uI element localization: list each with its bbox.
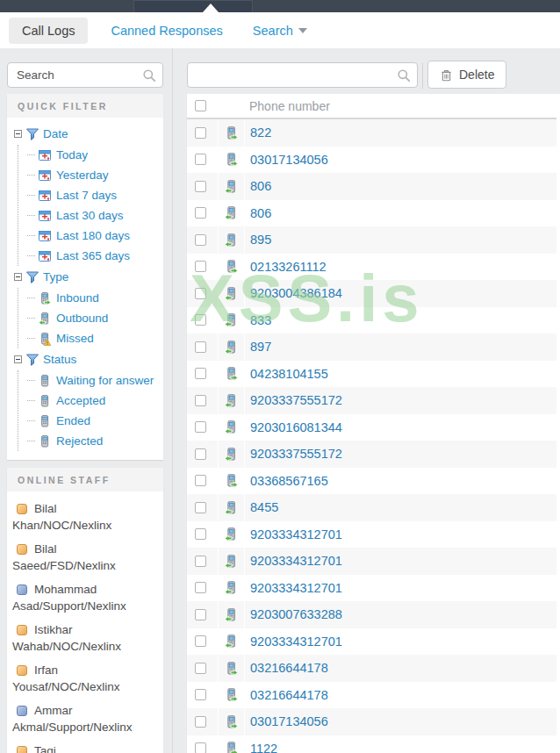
table-row[interactable]: 9203334312701	[187, 548, 556, 575]
filter-item-label[interactable]: Rejected	[56, 434, 103, 448]
phone-number-link[interactable]: 9203016081344	[250, 420, 342, 434]
phone-number-link[interactable]: 895	[250, 233, 271, 247]
table-row[interactable]: 9203334312701	[187, 575, 556, 602]
filter-item-label[interactable]: Last 7 days	[56, 189, 117, 202]
filter-group-date[interactable]: Date	[14, 123, 160, 145]
row-checkbox[interactable]	[195, 288, 206, 299]
filter-last-30-days[interactable]: Last 30 days	[18, 205, 160, 226]
topnav-active-item[interactable]	[133, 0, 253, 12]
phone-number-link[interactable]: 9203334312701	[250, 527, 342, 541]
filter-yesterday[interactable]: Yesterday	[18, 165, 160, 185]
phone-number-link[interactable]: 833	[250, 313, 271, 327]
filter-item-label[interactable]: Missed	[56, 332, 94, 345]
filter-item-label[interactable]: Outbound	[56, 312, 108, 325]
filter-inbound[interactable]: Inbound	[18, 288, 160, 308]
sidebar-search-input[interactable]	[8, 63, 136, 87]
phone-number-link[interactable]: 9203004386184	[250, 286, 342, 300]
table-row[interactable]: 9203337555172	[187, 387, 556, 414]
filter-item-label[interactable]: Waiting for answer	[56, 374, 154, 387]
phone-number-link[interactable]: 806	[250, 206, 271, 220]
tab-canned-responses[interactable]: Canned Responses	[104, 18, 229, 44]
filter-item-label[interactable]: Last 30 days	[56, 209, 124, 222]
table-row[interactable]: 806	[187, 200, 556, 227]
table-row[interactable]: 9203007633288	[187, 601, 556, 628]
table-row[interactable]: 04238104155	[187, 361, 556, 388]
row-checkbox[interactable]	[195, 261, 206, 272]
table-row[interactable]: 02133261112	[187, 254, 556, 281]
phone-number-link[interactable]: 02133261112	[250, 260, 327, 274]
table-search-input[interactable]	[188, 63, 391, 87]
phone-number-link[interactable]: 9203337555172	[250, 447, 342, 461]
row-checkbox[interactable]	[195, 502, 206, 513]
tree-collapse-icon[interactable]	[14, 130, 22, 138]
delete-button[interactable]: Delete	[427, 61, 506, 89]
filter-item-label[interactable]: Last 365 days	[56, 249, 130, 262]
staff-list-item[interactable]: Ammar Akmal/Support/Nexlinx	[11, 699, 160, 739]
tree-collapse-icon[interactable]	[14, 273, 22, 281]
filter-missed[interactable]: Missed	[18, 328, 160, 348]
staff-list-item[interactable]: Irfan Yousaf/NOC/Nexlinx	[11, 658, 160, 699]
staff-list-item[interactable]: Taqi Usman/Sales/Nexlinx	[11, 739, 160, 753]
table-row[interactable]: 9203334312701	[187, 628, 556, 656]
row-checkbox[interactable]	[195, 448, 206, 460]
phone-number-link[interactable]: 9203334312701	[250, 581, 342, 595]
filter-item-label[interactable]: Today	[56, 148, 88, 161]
row-checkbox[interactable]	[195, 154, 206, 165]
staff-list-item[interactable]: Bilal Khan/NOC/Nexlinx	[11, 497, 160, 537]
phone-number-link[interactable]: 897	[250, 340, 271, 354]
row-checkbox[interactable]	[195, 395, 206, 406]
phone-number-link[interactable]: 822	[250, 126, 271, 140]
phone-number-link[interactable]: 1122	[250, 742, 277, 753]
row-checkbox[interactable]	[195, 181, 206, 192]
table-row[interactable]: 03017134056	[187, 708, 556, 735]
row-checkbox[interactable]	[195, 234, 206, 246]
filter-item-label[interactable]: Yesterday	[56, 169, 109, 182]
row-checkbox[interactable]	[195, 475, 206, 486]
filter-group-label[interactable]: Type	[43, 270, 68, 283]
row-checkbox[interactable]	[195, 421, 206, 433]
row-checkbox[interactable]	[195, 609, 206, 620]
table-row[interactable]: 9203004386184	[187, 280, 556, 307]
table-row[interactable]: 895	[187, 226, 556, 254]
phone-number-link[interactable]: 03216644178	[250, 661, 328, 675]
filter-item-label[interactable]: Accepted	[56, 394, 105, 407]
filter-group-label[interactable]: Date	[43, 127, 68, 140]
table-row[interactable]: 9203334312701	[187, 521, 556, 549]
row-checkbox[interactable]	[195, 368, 206, 379]
filter-ended[interactable]: Ended	[18, 411, 160, 431]
row-checkbox[interactable]	[195, 663, 206, 674]
row-checkbox[interactable]	[195, 582, 206, 593]
filter-accepted[interactable]: Accepted	[18, 391, 160, 411]
filter-item-label[interactable]: Ended	[56, 414, 90, 427]
phone-number-link[interactable]: 9203334312701	[250, 554, 342, 568]
row-checkbox[interactable]	[195, 528, 206, 540]
filter-group-type[interactable]: Type	[14, 266, 160, 288]
staff-list-item[interactable]: Mohammad Asad/Support/Nexlinx	[11, 577, 160, 618]
filter-last-365-days[interactable]: Last 365 days	[18, 246, 160, 266]
tab-search[interactable]: Search	[246, 18, 314, 44]
row-checkbox[interactable]	[195, 716, 206, 728]
filter-item-label[interactable]: Inbound	[56, 291, 99, 305]
phone-number-link[interactable]: 03017134056	[250, 153, 328, 167]
filter-item-label[interactable]: Last 180 days	[56, 229, 130, 242]
filter-outbound[interactable]: Outbound	[18, 308, 160, 328]
table-row[interactable]: 833	[187, 307, 556, 334]
table-row[interactable]: 9203337555172	[187, 441, 556, 468]
table-row[interactable]: 03216644178	[187, 682, 556, 709]
phone-number-link[interactable]: 03216644178	[250, 688, 328, 702]
filter-waiting-for-answer[interactable]: Waiting for answer	[18, 370, 160, 391]
table-row[interactable]: 1122	[187, 735, 556, 753]
filter-last-7-days[interactable]: Last 7 days	[18, 185, 160, 205]
phone-number-link[interactable]: 8455	[250, 500, 278, 514]
staff-list-item[interactable]: Bilal Saeed/FSD/Nexlinx	[11, 537, 160, 577]
phone-number-link[interactable]: 9203337555172	[250, 393, 342, 407]
tab-call-logs[interactable]: Call Logs	[9, 18, 88, 44]
filter-rejected[interactable]: Rejected	[18, 431, 160, 451]
filter-last-180-days[interactable]: Last 180 days	[18, 226, 160, 246]
staff-list-item[interactable]: Istikhar Wahab/NOC/Nexlinx	[11, 618, 160, 658]
phone-number-link[interactable]: 04238104155	[250, 367, 328, 381]
table-row[interactable]: 03017134056	[187, 147, 556, 174]
row-checkbox[interactable]	[195, 635, 206, 647]
table-row[interactable]: 03216644178	[187, 655, 556, 682]
phone-number-link[interactable]: 03368567165	[250, 474, 328, 488]
